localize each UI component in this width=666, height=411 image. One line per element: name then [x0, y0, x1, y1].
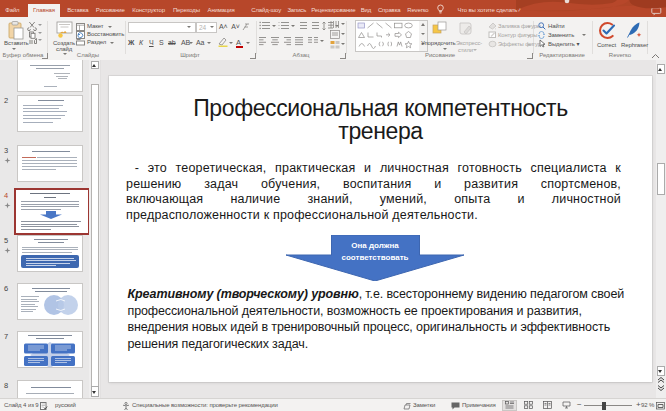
- svg-text:Она должна: Она должна: [351, 241, 399, 250]
- svg-text:соответствовать: соответствовать: [341, 253, 408, 262]
